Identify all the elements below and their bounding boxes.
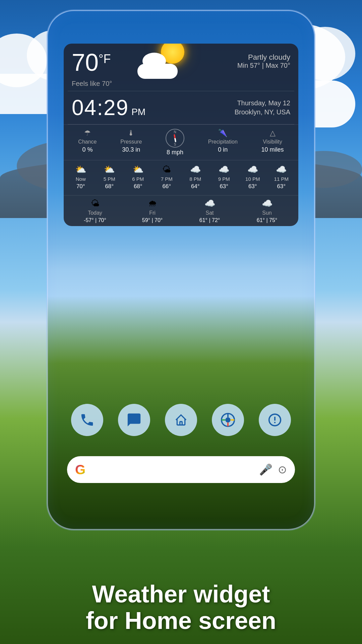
phone-frame [47,10,315,530]
bottom-label: Weather widget for Home screen [0,581,362,634]
bottom-title-text: Weather widget for Home screen [20,581,342,634]
